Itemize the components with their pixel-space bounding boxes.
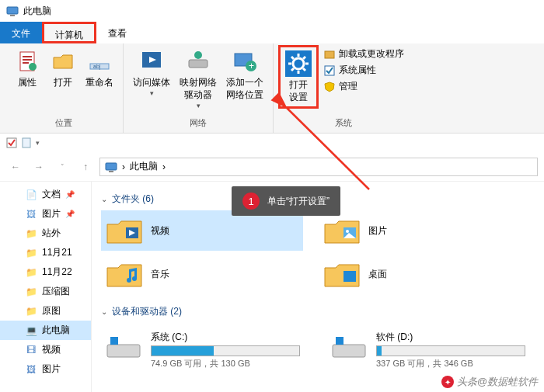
up-button[interactable]: ↑ <box>76 158 95 176</box>
chevron-down-icon: ▾ <box>197 101 201 110</box>
svg-rect-26 <box>325 51 334 58</box>
svg-rect-11 <box>189 60 207 68</box>
address-input[interactable]: › 此电脑 › <box>99 158 538 176</box>
sidebar-item-label: 图片 <box>42 363 61 376</box>
svg-point-6 <box>29 63 37 71</box>
sidebar-item-label: 原图 <box>42 304 61 317</box>
sidebar-item[interactable]: 💻此电脑 <box>0 321 91 340</box>
open-button[interactable]: 打开 <box>45 45 81 92</box>
checkbox-icon <box>323 64 336 77</box>
computer-icon <box>6 5 19 17</box>
sidebar-item-label: 11月22 <box>42 265 72 279</box>
drive-item[interactable]: 系统 (C:)74.9 GB 可用，共 130 GB <box>101 328 303 373</box>
folder-item[interactable]: 图片 <box>319 210 521 251</box>
sidebar-item[interactable]: 📄文档📌 <box>0 185 91 204</box>
svg-rect-29 <box>23 138 30 147</box>
sidebar-item-label: 压缩图 <box>42 285 70 298</box>
svg-rect-1 <box>10 15 15 16</box>
sidebar-item-label: 文档 <box>42 188 61 201</box>
folder-icon <box>323 258 361 290</box>
rename-button[interactable]: ab| 重命名 <box>81 45 118 92</box>
svg-rect-3 <box>23 56 32 57</box>
svg-rect-31 <box>109 171 113 172</box>
quick-access-toolbar: ▾ <box>0 134 544 152</box>
folder-icon: 📁 <box>25 227 37 240</box>
sidebar-item[interactable]: 🖼图片📌 <box>0 204 91 224</box>
svg-text:+: + <box>249 61 254 71</box>
file-icon[interactable] <box>22 137 31 148</box>
step-badge: 1 <box>242 193 260 210</box>
folder-icon: 🖼 <box>25 208 37 220</box>
ribbon-group-network: 访问媒体 ▾ 映射网络 驱动器 ▾ + 添加一个 网络位置 网络 <box>124 43 274 133</box>
chevron-down-icon: ⌄ <box>101 307 107 316</box>
ribbon: 属性 打开 ab| 重命名 位置 访问媒体 ▾ 映射网络 驱动器 ▾ <box>0 43 544 134</box>
sidebar-item-label: 11月21 <box>42 246 72 259</box>
svg-line-22 <box>291 57 294 59</box>
svg-rect-5 <box>23 62 29 64</box>
drive-icon <box>330 331 368 362</box>
svg-rect-40 <box>336 337 343 345</box>
properties-button[interactable]: 属性 <box>9 45 45 92</box>
forward-button[interactable]: → <box>30 158 48 176</box>
folder-label: 桌面 <box>368 268 387 281</box>
drives-section-header[interactable]: ⌄ 设备和驱动器 (2) <box>101 300 535 323</box>
tab-view[interactable]: 查看 <box>96 22 138 43</box>
drive-subtext: 337 GB 可用，共 346 GB <box>376 358 525 369</box>
drive-label: 软件 (D:) <box>376 331 525 344</box>
map-drive-button[interactable]: 映射网络 驱动器 ▾ <box>175 45 221 114</box>
sidebar-item[interactable]: 🎞视频 <box>0 340 91 359</box>
svg-rect-38 <box>110 337 118 345</box>
folder-icon <box>106 215 143 246</box>
gear-icon <box>285 50 312 77</box>
drive-item[interactable]: 软件 (D:)337 GB 可用，共 346 GB <box>326 328 528 373</box>
sidebar-item[interactable]: 🖼图片 <box>0 359 91 379</box>
folder-icon <box>106 258 143 290</box>
sidebar-item[interactable]: 📁压缩图 <box>0 282 91 301</box>
breadcrumb[interactable]: 此电脑 <box>130 160 158 173</box>
sidebar-item-label: 图片 <box>42 207 61 220</box>
manage-button[interactable]: 管理 <box>322 79 406 94</box>
media-icon <box>138 48 165 75</box>
system-properties-button[interactable]: 系统属性 <box>322 63 406 78</box>
add-network-location-button[interactable]: + 添加一个 网络位置 <box>221 45 268 104</box>
pin-icon: 📌 <box>65 190 75 199</box>
folder-icon: 📁 <box>25 247 37 259</box>
sidebar-item[interactable]: 📁11月22 <box>0 262 91 282</box>
folder-icon: 🖼 <box>25 363 37 376</box>
sidebar-item[interactable]: 📁站外 <box>0 224 91 243</box>
group-label-system: 系统 <box>335 117 352 131</box>
drive-label: 系统 (C:) <box>151 331 300 344</box>
svg-rect-36 <box>343 271 356 282</box>
svg-line-25 <box>303 57 305 59</box>
ribbon-tabs: 文件 计算机 查看 <box>0 22 544 43</box>
checkbox-icon[interactable] <box>6 137 17 148</box>
svg-rect-39 <box>333 345 365 357</box>
box-icon <box>323 48 336 61</box>
access-media-button[interactable]: 访问媒体 ▾ <box>128 45 175 101</box>
sidebar-item[interactable]: 📁原图 <box>0 301 91 321</box>
svg-point-12 <box>194 51 202 59</box>
folder-icon: 📄 <box>25 189 37 201</box>
chevron-down-icon: ▾ <box>150 88 154 98</box>
chevron-down-icon[interactable]: ▾ <box>36 139 40 147</box>
tab-file[interactable]: 文件 <box>0 22 42 43</box>
sidebar-item[interactable]: 📁11月21 <box>0 243 91 262</box>
folder-item[interactable]: 桌面 <box>319 254 521 294</box>
svg-rect-0 <box>7 7 18 14</box>
watermark: ✦头条@数据蛙软件 <box>441 375 538 389</box>
sidebar-item-label: 视频 <box>42 343 61 356</box>
group-label-network: 网络 <box>190 117 207 131</box>
folder-label: 视频 <box>151 224 169 238</box>
folder-icon: 📁 <box>25 286 37 298</box>
back-button[interactable]: ← <box>6 158 25 176</box>
sidebar-item-label: 站外 <box>42 227 61 240</box>
tab-computer[interactable]: 计算机 <box>42 22 96 43</box>
folder-item[interactable]: 音乐 <box>101 254 303 294</box>
open-settings-button[interactable]: 打开 设置 <box>278 45 319 109</box>
svg-line-24 <box>291 68 294 71</box>
svg-point-35 <box>346 230 349 233</box>
uninstall-programs-button[interactable]: 卸载或更改程序 <box>322 47 406 61</box>
chevron-down-icon[interactable]: ˅ <box>53 158 71 176</box>
address-bar: ← → ˅ ↑ › 此电脑 › <box>0 152 544 182</box>
folder-item[interactable]: 视频 <box>101 210 303 251</box>
